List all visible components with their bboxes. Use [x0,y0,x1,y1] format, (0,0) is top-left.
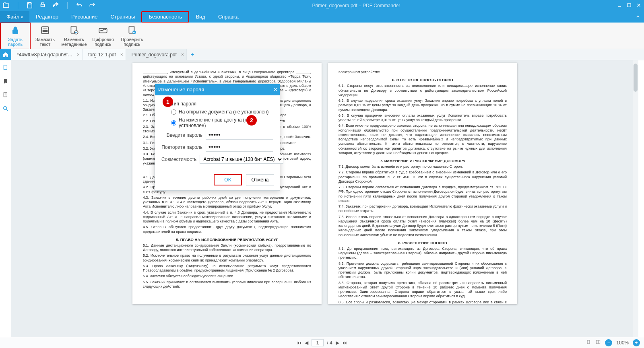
document-viewport[interactable]: ____________, именуемый в дальнейшем «За… [11,60,638,337]
doc-text: 4.4. В случае если Заказчик в срок, указ… [143,210,311,224]
maximize-icon[interactable] [626,2,632,9]
menu-pages[interactable]: Страницы [104,11,141,23]
tab-strip: *44wt0v8p0a6qdapuh8f…× torg-12-1.pdf× Pr… [0,49,644,60]
doc-text: 5.4. Заказчик обязуется соблюдать услови… [143,274,311,278]
tab-close-icon[interactable]: × [120,52,123,58]
bookmarks-icon[interactable] [2,78,9,86]
menu-draw[interactable]: Рисование [65,11,104,23]
tab-doc-1[interactable]: *44wt0v8p0a6qdapuh8f…× [11,49,83,60]
page-total: / 4 [327,340,332,346]
radio-open-document[interactable]: На открытие документа (не установлен) [171,109,273,115]
doc-heading: 7. ИЗМЕНЕНИЕ И РАСТОРЖЕНИЕ ДОГОВОРА [339,159,507,163]
thumbnails-icon[interactable] [2,64,9,72]
print-icon[interactable] [39,2,46,10]
doc-text: 7.4. Заказчик, при расторжении договора,… [339,204,507,214]
svg-rect-9 [43,30,47,31]
ribbon-edit-metadata[interactable]: Изменить метаданные [60,23,89,49]
tab-close-icon[interactable]: × [77,52,80,58]
doc-text: 8.3. Сторона, которая получила претензию… [339,281,507,299]
view-facing-icon[interactable] [595,339,601,346]
compat-label: Совместимость [161,156,196,162]
close-icon[interactable] [636,2,642,9]
ribbon-redact-text[interactable]: Замазать текст [31,23,60,49]
nav-first-icon[interactable]: ⏮ [297,340,301,346]
metadata-icon [69,25,79,35]
zoom-value: 100% [616,340,629,346]
zoom-out-button[interactable]: − [605,339,612,346]
save-icon[interactable] [26,2,33,10]
enter-password-input[interactable] [206,131,273,140]
radio-perm-input[interactable] [171,120,176,126]
minimize-icon[interactable] [617,2,622,9]
doc-text: 5.1. Данные дистанционного зондирования … [143,243,311,253]
menu-editor[interactable]: Редактор [29,11,65,23]
doc-text: 7.1. Договор может быть изменён или раст… [339,165,507,169]
menu-help[interactable]: Справка [212,11,245,23]
doc-text: 6.2. В случае нарушения срока оказания у… [339,99,507,112]
menu-security[interactable]: Безопасность [141,11,189,23]
tab-doc-3[interactable]: Primer_dogovora.pdf× [126,49,187,60]
zoom-in-button[interactable]: + [633,339,640,346]
svg-point-19 [3,107,6,110]
tab-close-icon[interactable]: × [181,52,184,58]
compat-select[interactable]: Acrobat 7 и выше (128 бит AES) [200,155,283,164]
nav-next-icon[interactable]: ▶ [336,340,339,346]
redact-icon [40,25,50,35]
tab-doc-2[interactable]: torg-12-1.pdf× [83,49,126,60]
undo-icon[interactable] [76,2,83,10]
ok-button[interactable]: OK [214,174,242,185]
svg-rect-23 [599,340,600,344]
change-password-dialog: Изменение пароля × Тип пароля На открыти… [155,84,280,191]
title-bar: Primer_dogovora.pdf – PDF Commander [0,0,644,11]
ribbon-set-password[interactable]: Задать пароль [1,23,30,49]
vertical-scrollbar[interactable] [633,60,638,337]
lock-icon [10,25,21,35]
dialog-close-icon[interactable]: × [274,84,277,95]
doc-text: 5.3. Права Заказчику (Лицензиату) на исп… [143,264,311,273]
attachments-icon[interactable] [2,92,9,100]
ribbon-label: Замазать текст [35,37,55,47]
home-button[interactable] [0,49,11,60]
annotation-1: 1 [163,97,173,107]
ribbon-label: Проверить подпись [121,37,143,47]
nav-last-icon[interactable]: ⏭ [343,340,347,346]
tab-label: *44wt0v8p0a6qdapuh8f… [17,52,72,58]
search-icon[interactable] [2,105,9,113]
dialog-titlebar[interactable]: Изменение пароля × [155,84,280,95]
share-icon[interactable] [52,2,59,10]
ribbon-verify-sign[interactable]: Проверить подпись [118,23,147,49]
svg-rect-3 [627,3,631,6]
cancel-button[interactable]: Отмена [246,174,274,185]
tab-label: torg-12-1.pdf [88,52,116,58]
radio-permissions[interactable]: На изменение прав доступа (не установлен… [171,117,273,128]
svg-rect-1 [41,4,45,6]
tab-add-button[interactable]: + [187,49,198,60]
doc-text: 6.4. Если иное не предусмотрено законом,… [339,124,507,155]
doc-text: 4.3. Заказчик в течение десяти рабочих д… [143,196,311,209]
separator [18,2,18,9]
repeat-password-label: Повторите пароль [161,144,202,150]
doc-text: 8.5. Все споры и разногласия, возникающи… [339,300,507,305]
nav-prev-icon[interactable]: ◀ [305,340,308,346]
scrollbar-thumb[interactable] [634,64,638,92]
doc-heading: 6. ОТВЕТСТВЕННОСТЬ СТОРОН [339,78,507,82]
page-input[interactable] [312,339,324,346]
doc-text: электронном устройстве. [339,70,507,74]
svg-rect-16 [4,93,7,97]
ribbon-label: Цифровая подпись [92,37,114,47]
menu-view[interactable]: Вид [189,11,212,23]
repeat-password-input[interactable] [206,143,273,152]
redo-icon[interactable] [89,2,96,10]
menu-file[interactable]: Файл [0,11,29,23]
window-title: Primer_dogovora.pdf – PDF Commander [96,3,617,8]
view-single-icon[interactable] [586,339,591,346]
svg-rect-22 [597,340,598,344]
open-icon[interactable] [2,2,10,10]
svg-rect-6 [13,29,18,33]
ribbon-digital-sign[interactable]: Цифровая подпись [89,23,118,49]
doc-heading: 8. РАЗРЕШЕНИЕ СПОРОВ [339,241,507,245]
collapse-ribbon-icon[interactable] [635,14,641,21]
radio-open-input[interactable] [171,109,176,115]
menu-bar: Файл Редактор Рисование Страницы Безопас… [0,11,644,23]
separator [67,2,68,9]
